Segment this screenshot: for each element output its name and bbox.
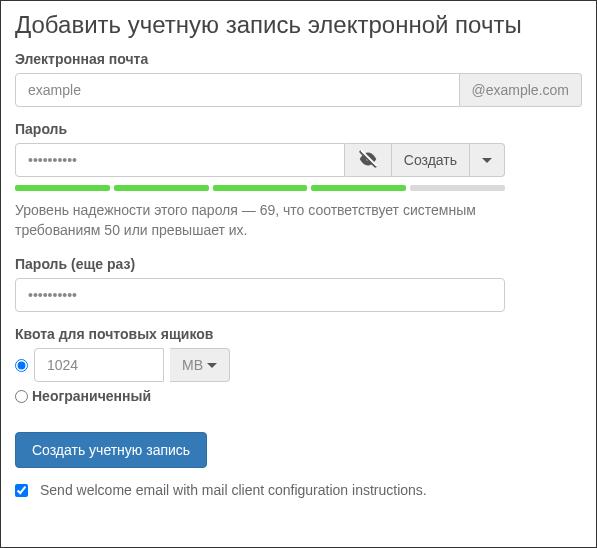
quota-label: Квота для почтовых ящиков bbox=[15, 326, 582, 342]
password-group: Пароль Создать Уровень надежности это bbox=[15, 121, 582, 240]
password2-label: Пароль (еще раз) bbox=[15, 256, 582, 272]
strength-segment bbox=[213, 185, 308, 191]
chevron-down-icon bbox=[482, 158, 492, 163]
page-title: Добавить учетную запись электронной почт… bbox=[15, 11, 582, 39]
quota-unlimited-label: Неограниченный bbox=[32, 388, 151, 404]
quota-unit-label: MB bbox=[182, 349, 203, 381]
password-input[interactable] bbox=[15, 143, 345, 177]
email-input[interactable] bbox=[15, 73, 460, 107]
generate-password-dropdown-button[interactable] bbox=[470, 143, 505, 177]
password-strength-bar bbox=[15, 185, 505, 191]
generate-password-button[interactable]: Создать bbox=[392, 143, 470, 177]
email-group: Электронная почта @example.com bbox=[15, 51, 582, 107]
chevron-down-icon bbox=[207, 363, 217, 368]
create-account-label: Создать учетную запись bbox=[32, 442, 190, 458]
toggle-password-visibility-button[interactable] bbox=[345, 143, 392, 177]
welcome-email-label: Send welcome email with mail client conf… bbox=[40, 482, 427, 498]
password-label: Пароль bbox=[15, 121, 582, 137]
quota-value-input[interactable] bbox=[34, 348, 164, 382]
welcome-email-row: Send welcome email with mail client conf… bbox=[15, 482, 582, 498]
email-domain-addon: @example.com bbox=[460, 73, 582, 107]
generate-password-label: Создать bbox=[404, 152, 457, 168]
strength-segment bbox=[311, 185, 406, 191]
strength-segment bbox=[114, 185, 209, 191]
email-domain-text: @example.com bbox=[472, 82, 569, 98]
password2-input[interactable] bbox=[15, 278, 505, 312]
create-account-button[interactable]: Создать учетную запись bbox=[15, 432, 207, 468]
eye-off-icon bbox=[357, 148, 379, 173]
strength-segment bbox=[15, 185, 110, 191]
welcome-email-checkbox[interactable] bbox=[15, 484, 28, 497]
password-strength-hint: Уровень надежности этого пароля — 69, чт… bbox=[15, 201, 495, 240]
quota-unlimited-radio[interactable] bbox=[15, 390, 28, 403]
password2-group: Пароль (еще раз) bbox=[15, 256, 582, 312]
email-label: Электронная почта bbox=[15, 51, 582, 67]
quota-fixed-radio[interactable] bbox=[15, 359, 28, 372]
strength-segment bbox=[410, 185, 505, 191]
quota-group: Квота для почтовых ящиков MB Неограничен… bbox=[15, 326, 582, 404]
quota-unit-dropdown[interactable]: MB bbox=[170, 348, 230, 382]
